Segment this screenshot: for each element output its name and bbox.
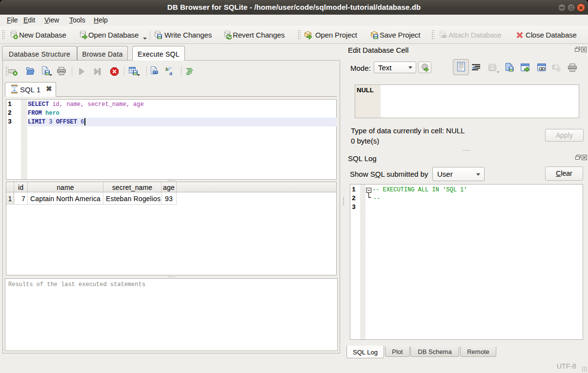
svg-text:b: b [165,67,168,72]
svg-text:a: a [169,70,172,76]
